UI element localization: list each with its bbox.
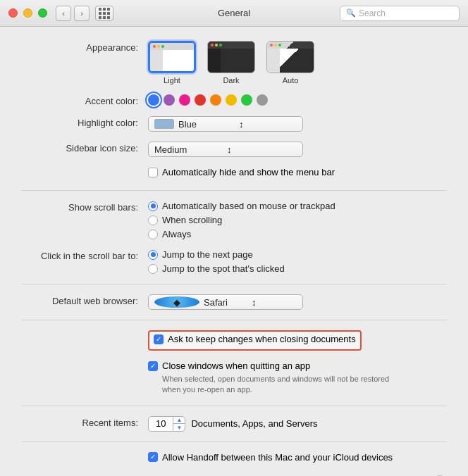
titlebar: ‹ › General 🔍 Search — [0, 0, 468, 27]
search-icon: 🔍 — [346, 8, 356, 18]
scroll-auto-radio[interactable] — [148, 201, 158, 211]
recent-items-control: 10 ▲ ▼ Documents, Apps, and Servers — [148, 416, 318, 432]
default-browser-value: Safari — [204, 297, 249, 308]
accent-color-control — [148, 94, 447, 106]
accent-color-label: Accent color: — [21, 94, 148, 106]
highlight-color-row: Highlight color: Blue ↕ — [21, 116, 447, 132]
ask-keep-changes-highlighted: ✓ Ask to keep changes when closing docum… — [148, 330, 362, 351]
search-input[interactable]: Search — [359, 8, 386, 18]
click-spot-option[interactable]: Jump to the spot that's clicked — [148, 263, 285, 274]
default-browser-control: ◆ Safari ↕ — [148, 294, 447, 310]
accent-pink[interactable] — [179, 94, 190, 106]
handoff-checkbox[interactable]: ✓ — [148, 452, 158, 462]
dropdown-arrow-icon3: ↕ — [252, 297, 297, 308]
highlight-color-dropdown[interactable]: Blue ↕ — [148, 116, 303, 132]
recent-items-value: 10 — [149, 417, 173, 431]
accent-green[interactable] — [241, 94, 252, 106]
checkmark-icon3: ✓ — [150, 453, 156, 461]
appearance-control: Light Dark — [148, 41, 447, 84]
back-button[interactable]: ‹ — [56, 6, 71, 21]
grid-button[interactable] — [95, 6, 113, 21]
menu-bar-checkbox-label: Automatically hide and show the menu bar — [162, 167, 335, 177]
handoff-control: ✓ Allow Handoff between this Mac and you… — [148, 452, 447, 465]
close-windows-row: ✓ Close windows when quitting an app Whe… — [21, 361, 447, 396]
appearance-auto[interactable]: Auto — [266, 41, 314, 84]
accent-orange[interactable] — [210, 94, 221, 106]
appearance-label: Appearance: — [21, 41, 148, 53]
stepper-up[interactable]: ▲ — [173, 417, 185, 425]
ask-keep-changes-checkbox[interactable]: ✓ — [154, 334, 164, 344]
show-scroll-bars-options: Automatically based on mouse or trackpad… — [148, 201, 335, 239]
accent-color-row: Accent color: — [21, 94, 447, 106]
accent-graphite[interactable] — [257, 94, 268, 106]
close-windows-label-text: Close windows when quitting an app — [162, 361, 310, 371]
appearance-row: Appearance: Light — [21, 41, 447, 84]
click-scroll-control: Jump to the next page Jump to the spot t… — [148, 249, 447, 274]
stepper-down[interactable]: ▼ — [173, 424, 185, 431]
scroll-when-scrolling-label: When scrolling — [162, 215, 222, 225]
forward-button[interactable]: › — [74, 6, 90, 21]
scroll-when-scrolling-option[interactable]: When scrolling — [148, 215, 335, 225]
window-title: General — [218, 8, 250, 18]
click-spot-radio[interactable] — [148, 264, 158, 274]
recent-items-stepper[interactable]: 10 ▲ ▼ — [148, 416, 185, 432]
dropdown-arrow-icon: ↕ — [239, 119, 297, 130]
appearance-dark[interactable]: Dark — [207, 41, 255, 84]
click-scroll-row: Click in the scroll bar to: Jump to the … — [21, 249, 447, 274]
default-browser-row: Default web browser: ◆ Safari ↕ — [21, 294, 447, 310]
ask-keep-changes-control: ✓ Ask to keep changes when closing docum… — [148, 330, 447, 351]
appearance-light[interactable]: Light — [148, 41, 196, 84]
click-next-page-radio[interactable] — [148, 250, 158, 260]
divider-1 — [21, 190, 447, 191]
click-next-page-option[interactable]: Jump to the next page — [148, 249, 285, 260]
accent-yellow[interactable] — [226, 94, 237, 106]
traffic-lights — [8, 8, 47, 18]
accent-blue[interactable] — [148, 94, 159, 106]
minimize-button[interactable] — [23, 8, 32, 18]
dropdown-arrow-icon2: ↕ — [227, 144, 297, 155]
scroll-always-label: Always — [162, 229, 191, 239]
close-button[interactable] — [8, 8, 18, 18]
safari-icon: ◆ — [154, 296, 199, 308]
checkmark-icon2: ✓ — [150, 363, 156, 370]
appearance-options: Light Dark — [148, 41, 314, 84]
divider-2 — [21, 284, 447, 284]
scroll-auto-label: Automatically based on mouse or trackpad — [162, 201, 335, 211]
handoff-option[interactable]: ✓ Allow Handoff between this Mac and you… — [148, 452, 393, 463]
radio-inner-icon2 — [151, 252, 156, 257]
scroll-always-option[interactable]: Always — [148, 229, 335, 239]
close-windows-note: When selected, open documents and window… — [162, 374, 402, 396]
appearance-dark-label: Dark — [223, 76, 239, 84]
maximize-button[interactable] — [38, 8, 47, 18]
highlight-color-value: Blue — [178, 119, 236, 130]
ask-keep-changes-option[interactable]: ✓ Ask to keep changes when closing docum… — [154, 334, 356, 344]
handoff-label — [21, 452, 148, 453]
sidebar-icon-size-control: Medium ↕ — [148, 142, 447, 157]
scroll-when-scrolling-radio[interactable] — [148, 215, 158, 225]
accent-red[interactable] — [195, 94, 206, 106]
show-scroll-bars-row: Show scroll bars: Automatically based on… — [21, 201, 447, 239]
click-scroll-options: Jump to the next page Jump to the spot t… — [148, 249, 285, 274]
ask-keep-changes-label-text: Ask to keep changes when closing documen… — [168, 334, 356, 344]
search-box[interactable]: 🔍 Search — [340, 6, 460, 21]
show-scroll-bars-control: Automatically based on mouse or trackpad… — [148, 201, 447, 239]
appearance-light-thumb — [148, 41, 196, 73]
default-browser-dropdown[interactable]: ◆ Safari ↕ — [148, 294, 303, 310]
menu-bar-checkbox[interactable] — [148, 168, 158, 177]
grid-icon — [99, 8, 110, 19]
sidebar-icon-size-row: Sidebar icon size: Medium ↕ — [21, 142, 447, 157]
close-windows-checkbox[interactable]: ✓ — [148, 361, 158, 371]
menu-bar-label — [21, 167, 148, 168]
scroll-auto-option[interactable]: Automatically based on mouse or trackpad — [148, 201, 335, 211]
menu-bar-checkbox-option[interactable]: Automatically hide and show the menu bar — [148, 167, 335, 177]
close-windows-option[interactable]: ✓ Close windows when quitting an app — [148, 361, 402, 371]
highlight-swatch — [154, 119, 174, 129]
appearance-dark-thumb — [207, 41, 255, 73]
nav-buttons: ‹ › — [56, 6, 90, 21]
sidebar-icon-size-dropdown[interactable]: Medium ↕ — [148, 142, 303, 157]
scroll-always-radio[interactable] — [148, 230, 158, 239]
accent-purple[interactable] — [164, 94, 175, 106]
handoff-row: ✓ Allow Handoff between this Mac and you… — [21, 452, 447, 465]
show-scroll-bars-label: Show scroll bars: — [21, 201, 148, 213]
sidebar-icon-size-label: Sidebar icon size: — [21, 142, 148, 154]
